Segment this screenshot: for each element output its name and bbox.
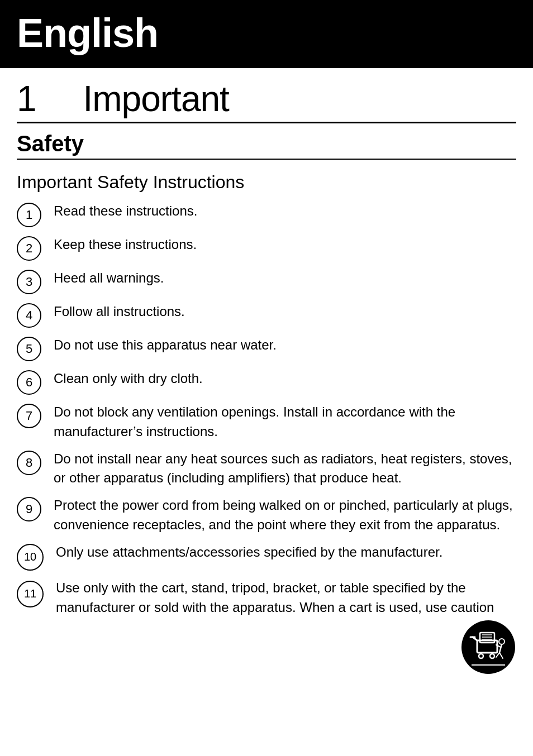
instruction-text-11: Use only with the cart, stand, tripod, b… xyxy=(56,578,516,676)
circle-number-3: 3 xyxy=(17,270,41,294)
circle-number-7: 7 xyxy=(17,404,41,428)
circle-number-4: 4 xyxy=(17,303,41,328)
section-title: Important xyxy=(83,79,229,119)
instructions-heading: Important Safety Instructions xyxy=(0,165,533,202)
circle-number-2: 2 xyxy=(17,236,41,261)
circle-number-9: 9 xyxy=(17,497,41,521)
circle-number-11: 11 xyxy=(17,581,44,607)
list-item: 4 Follow all instructions. xyxy=(17,302,516,328)
list-item: 8 Do not install near any heat sources s… xyxy=(17,449,516,489)
circle-number-10: 10 xyxy=(17,544,44,571)
instruction-text-1: Read these instructions. xyxy=(54,202,516,221)
svg-point-0 xyxy=(461,620,515,674)
instruction-text-6: Clean only with dry cloth. xyxy=(54,369,516,389)
list-item: 3 Heed all warnings. xyxy=(17,269,516,294)
cart-warning-icon xyxy=(460,619,516,675)
list-item: 6 Clean only with dry cloth. xyxy=(17,369,516,395)
section-number-title: 1 Important xyxy=(0,68,533,122)
circle-number-8: 8 xyxy=(17,451,41,475)
list-item: 2 Keep these instructions. xyxy=(17,235,516,261)
instruction-text-2: Keep these instructions. xyxy=(54,235,516,255)
circle-number-1: 1 xyxy=(17,203,41,227)
list-item: 5 Do not use this apparatus near water. xyxy=(17,336,516,361)
page-language-title: English xyxy=(17,10,516,56)
header-banner: English xyxy=(0,0,533,68)
circle-number-5: 5 xyxy=(17,337,41,361)
list-item: 10 Only use attachments/accessories spec… xyxy=(17,543,516,571)
instruction-text-8: Do not install near any heat sources suc… xyxy=(54,449,516,489)
instruction-text-4: Follow all instructions. xyxy=(54,302,516,322)
instruction-text-5: Do not use this apparatus near water. xyxy=(54,336,516,355)
instruction-text-10: Only use attachments/accessories specifi… xyxy=(56,543,516,562)
list-item: 11 Use only with the cart, stand, tripod… xyxy=(17,578,516,676)
divider-light-1 xyxy=(17,159,516,160)
list-item: 9 Protect the power cord from being walk… xyxy=(17,496,516,535)
instruction-text-9: Protect the power cord from being walked… xyxy=(54,496,516,535)
list-item: 7 Do not block any ventilation openings.… xyxy=(17,403,516,442)
instruction-text-3: Heed all warnings. xyxy=(54,269,516,288)
safety-title: Safety xyxy=(0,123,533,159)
section-number: 1 xyxy=(17,79,83,119)
circle-number-6: 6 xyxy=(17,370,41,395)
instruction-text-7: Do not block any ventilation openings. I… xyxy=(54,403,516,442)
instruction-list: 1 Read these instructions. 2 Keep these … xyxy=(0,202,533,675)
list-item: 1 Read these instructions. xyxy=(17,202,516,227)
